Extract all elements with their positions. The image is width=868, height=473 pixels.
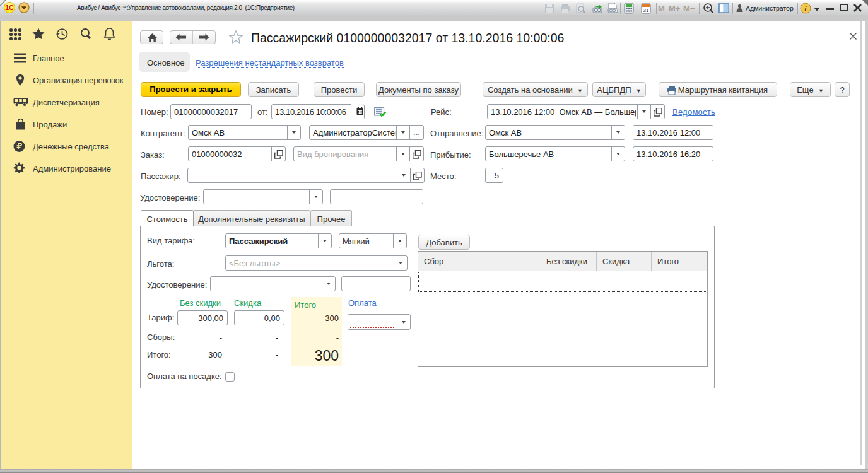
- svg-text:1C: 1C: [6, 4, 14, 11]
- svg-text:31: 31: [643, 8, 649, 13]
